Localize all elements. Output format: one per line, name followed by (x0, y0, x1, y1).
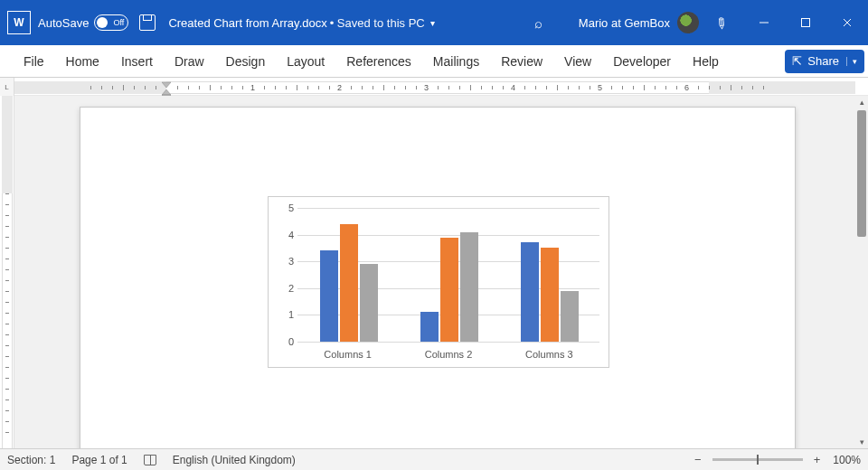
tab-view[interactable]: View (553, 45, 602, 78)
ruler-number: 1 (250, 83, 255, 92)
ruler-number: 5 (598, 83, 602, 92)
bar[interactable] (460, 232, 478, 342)
svg-rect-1 (802, 19, 810, 27)
vertical-scrollbar[interactable]: ▴ ▾ (855, 96, 868, 448)
indent-marker[interactable] (162, 80, 171, 98)
tab-draw[interactable]: Draw (164, 45, 215, 78)
pen-icon[interactable]: ✎ (711, 13, 731, 33)
save-status[interactable]: • Saved to this PC (330, 16, 425, 30)
word-app-icon: W (7, 11, 31, 34)
search-icon[interactable]: ⌕ (534, 15, 542, 31)
vertical-ruler[interactable] (0, 96, 14, 448)
zoom-slider-thumb[interactable] (757, 455, 759, 465)
account-button[interactable]: Mario at GemBox (579, 12, 699, 33)
y-axis-tick-label: 2 (281, 283, 294, 294)
user-name: Mario at GemBox (579, 16, 670, 30)
tab-mailings[interactable]: Mailings (422, 45, 490, 78)
tab-selector[interactable]: L (0, 78, 14, 96)
share-button[interactable]: ⇱ Share ▾ (785, 50, 864, 73)
page[interactable]: 012345Columns 1Columns 2Columns 3 (80, 107, 796, 448)
autosave-toggle[interactable]: AutoSave Off (38, 14, 128, 31)
y-axis-tick-label: 1 (281, 309, 294, 320)
bar[interactable] (420, 312, 439, 342)
tab-developer[interactable]: Developer (602, 45, 682, 78)
chart-object[interactable]: 012345Columns 1Columns 2Columns 3 (268, 196, 609, 368)
scroll-down-arrow-icon[interactable]: ▾ (855, 436, 868, 448)
ruler-number: 2 (337, 83, 342, 92)
status-bar: Section: 1 Page 1 of 1 English (United K… (0, 448, 868, 470)
y-axis-tick-label: 4 (281, 230, 294, 240)
zoom-out-button[interactable]: − (691, 453, 705, 466)
bar[interactable] (561, 291, 579, 342)
zoom-slider[interactable] (712, 458, 803, 461)
chevron-down-icon[interactable]: ▾ (430, 18, 435, 28)
tab-insert[interactable]: Insert (110, 45, 164, 78)
ruler-number: 3 (424, 83, 429, 92)
zoom-level[interactable]: 100% (833, 454, 861, 466)
ribbon-tabs: File Home Insert Draw Design Layout Refe… (0, 45, 868, 78)
horizontal-ruler[interactable]: L 123456 (0, 78, 868, 96)
tab-home[interactable]: Home (55, 45, 110, 78)
bar[interactable] (360, 264, 378, 342)
tab-review[interactable]: Review (490, 45, 553, 78)
document-title[interactable]: Created Chart from Array.docx (168, 16, 326, 30)
y-axis-tick-label: 5 (281, 202, 294, 213)
maximize-button[interactable] (785, 0, 826, 45)
ruler-number: 6 (684, 83, 689, 92)
page-indicator[interactable]: Page 1 of 1 (71, 454, 127, 466)
x-axis-category-label: Columns 2 (410, 349, 487, 360)
zoom-in-button[interactable]: + (810, 453, 825, 466)
bar[interactable] (541, 248, 559, 342)
language-indicator[interactable]: English (United Kingdom) (173, 454, 296, 466)
section-indicator[interactable]: Section: 1 (7, 454, 55, 466)
plot-area: 012345Columns 1Columns 2Columns 3 (297, 208, 599, 342)
save-icon[interactable] (139, 14, 156, 31)
book-icon[interactable] (144, 455, 156, 465)
window-controls (743, 0, 868, 45)
svg-marker-4 (162, 82, 171, 88)
x-axis-category-label: Columns 1 (309, 349, 387, 360)
bar[interactable] (521, 242, 539, 342)
title-bar: W AutoSave Off Created Chart from Array.… (0, 0, 868, 45)
tab-help[interactable]: Help (682, 45, 730, 78)
tab-layout[interactable]: Layout (276, 45, 335, 78)
share-label: Share (807, 54, 839, 68)
tab-references[interactable]: References (335, 45, 422, 78)
scroll-up-arrow-icon[interactable]: ▴ (855, 96, 868, 108)
autosave-label: AutoSave (38, 16, 89, 30)
share-icon: ⇱ (792, 54, 802, 68)
svg-marker-5 (162, 89, 171, 95)
avatar (677, 12, 699, 33)
tab-file[interactable]: File (13, 45, 55, 78)
scroll-thumb[interactable] (857, 110, 866, 237)
tab-design[interactable]: Design (215, 45, 277, 78)
y-axis-tick-label: 0 (281, 336, 294, 347)
minimize-button[interactable] (743, 0, 785, 45)
bar[interactable] (440, 238, 458, 342)
toggle-state-label: Off (114, 18, 125, 27)
x-axis-category-label: Columns 3 (510, 349, 588, 360)
close-button[interactable] (826, 0, 868, 45)
y-axis-tick-label: 3 (281, 256, 294, 267)
document-area: 012345Columns 1Columns 2Columns 3 ▴ ▾ (0, 96, 868, 448)
ruler-number: 4 (511, 83, 515, 92)
chevron-down-icon[interactable]: ▾ (846, 57, 857, 66)
toggle-switch-off[interactable]: Off (94, 14, 128, 31)
bar[interactable] (340, 224, 358, 342)
bar[interactable] (320, 250, 338, 342)
